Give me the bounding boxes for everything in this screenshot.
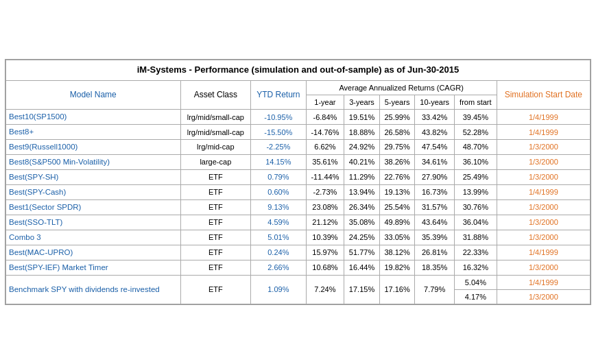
- table-row: Combo 3 ETF 5.01% 10.39% 24.25% 33.05% 3…: [6, 230, 591, 245]
- cell-3yr-8: 24.25%: [344, 230, 380, 245]
- cell-model-6: Best1(Sector SPDR): [6, 199, 181, 215]
- cell-asset-10: ETF: [180, 260, 251, 275]
- cell-1yr-5: -2.73%: [306, 184, 344, 199]
- cell-fromstart-0: 39.45%: [454, 110, 497, 125]
- cell-5yr-2: 29.75%: [379, 140, 415, 155]
- cell-10yr-2: 47.54%: [415, 140, 455, 155]
- cell-benchmark-fs2: 4.17%: [454, 289, 497, 304]
- cell-simdate-1: 1/4/1999: [497, 125, 590, 140]
- cell-fromstart-5: 13.99%: [454, 184, 497, 199]
- cell-asset-9: ETF: [180, 245, 251, 260]
- cell-5yr-7: 49.89%: [379, 215, 415, 230]
- cell-fromstart-2: 48.70%: [454, 140, 497, 155]
- cell-model-3: Best8(S&P500 Min-Volatility): [6, 155, 181, 170]
- cell-fromstart-6: 30.76%: [454, 199, 497, 215]
- cell-benchmark-5yr: 17.16%: [379, 275, 415, 304]
- cell-benchmark-sd2: 1/3/2000: [497, 289, 590, 304]
- col-header-3yr: 3-years: [344, 95, 380, 109]
- table-row: Best10(SP1500) lrg/mid/small-cap -10.95%…: [6, 110, 591, 125]
- cell-1yr-8: 10.39%: [306, 230, 344, 245]
- cell-fromstart-9: 22.33%: [454, 245, 497, 260]
- cell-ytd-7: 4.59%: [251, 215, 307, 230]
- table-row: Best8+ lrg/mid/small-cap -15.50% -14.76%…: [6, 125, 591, 140]
- cell-model-5: Best(SPY-Cash): [6, 184, 181, 199]
- cell-10yr-1: 43.82%: [415, 125, 455, 140]
- cell-simdate-0: 1/4/1999: [497, 110, 590, 125]
- table-row: Best(SPY-SH) ETF 0.79% -11.44% 11.29% 22…: [6, 170, 591, 185]
- cell-ytd-9: 0.24%: [251, 245, 307, 260]
- cell-simdate-9: 1/4/1999: [497, 245, 590, 260]
- cell-10yr-8: 35.39%: [415, 230, 455, 245]
- cell-simdate-10: 1/3/2000: [497, 260, 590, 275]
- cell-ytd-0: -10.95%: [251, 110, 307, 125]
- cell-10yr-7: 43.64%: [415, 215, 455, 230]
- col-header-10yr: 10-years: [415, 95, 455, 109]
- cell-asset-4: ETF: [180, 170, 251, 185]
- cell-3yr-5: 13.94%: [344, 184, 380, 199]
- cell-model-9: Best(MAC-UPRO): [6, 245, 181, 260]
- cell-10yr-4: 27.90%: [415, 170, 455, 185]
- cell-simdate-8: 1/3/2000: [497, 230, 590, 245]
- cell-10yr-6: 31.57%: [415, 199, 455, 215]
- cell-asset-5: ETF: [180, 184, 251, 199]
- cell-1yr-6: 23.08%: [306, 199, 344, 215]
- cell-asset-1: lrg/mid/small-cap: [180, 125, 251, 140]
- cell-fromstart-10: 16.32%: [454, 260, 497, 275]
- cell-simdate-7: 1/3/2000: [497, 215, 590, 230]
- cell-1yr-7: 21.12%: [306, 215, 344, 230]
- cell-3yr-0: 19.51%: [344, 110, 380, 125]
- table-row: Best8(S&P500 Min-Volatility) large-cap 1…: [6, 155, 591, 170]
- cell-fromstart-4: 25.49%: [454, 170, 497, 185]
- cell-3yr-7: 35.08%: [344, 215, 380, 230]
- cell-fromstart-3: 36.10%: [454, 155, 497, 170]
- cell-simdate-2: 1/3/2000: [497, 140, 590, 155]
- cell-asset-3: large-cap: [180, 155, 251, 170]
- col-header-fromstart: from start: [454, 95, 497, 109]
- cell-10yr-0: 33.42%: [415, 110, 455, 125]
- cell-model-0: Best10(SP1500): [6, 110, 181, 125]
- cell-simdate-5: 1/4/1999: [497, 184, 590, 199]
- cell-model-4: Best(SPY-SH): [6, 170, 181, 185]
- table-row: Best1(Sector SPDR) ETF 9.13% 23.08% 26.3…: [6, 199, 591, 215]
- cell-benchmark-asset: ETF: [180, 275, 251, 304]
- cell-3yr-10: 16.44%: [344, 260, 380, 275]
- cell-model-2: Best9(Russell1000): [6, 140, 181, 155]
- cell-asset-8: ETF: [180, 230, 251, 245]
- cell-benchmark-10yr: 7.79%: [415, 275, 455, 304]
- cell-3yr-1: 18.88%: [344, 125, 380, 140]
- cell-asset-2: lrg/mid-cap: [180, 140, 251, 155]
- cell-3yr-6: 26.34%: [344, 199, 380, 215]
- cell-5yr-0: 25.99%: [379, 110, 415, 125]
- cell-benchmark-name: Benchmark SPY with dividends re-invested: [6, 275, 181, 304]
- cell-fromstart-8: 31.88%: [454, 230, 497, 245]
- cell-model-1: Best8+: [6, 125, 181, 140]
- cell-1yr-10: 10.68%: [306, 260, 344, 275]
- cell-3yr-3: 40.21%: [344, 155, 380, 170]
- cell-3yr-4: 11.29%: [344, 170, 380, 185]
- cell-1yr-9: 15.97%: [306, 245, 344, 260]
- cell-benchmark-3yr: 17.15%: [344, 275, 380, 304]
- table-row: Best(SPY-Cash) ETF 0.60% -2.73% 13.94% 1…: [6, 184, 591, 199]
- cell-ytd-2: -2.25%: [251, 140, 307, 155]
- cell-5yr-3: 38.26%: [379, 155, 415, 170]
- col-header-simdate: Simulation Start Date: [497, 80, 590, 110]
- cell-1yr-1: -14.76%: [306, 125, 344, 140]
- cell-benchmark-fs1: 5.04%: [454, 275, 497, 289]
- col-header-cagr: Average Annualized Returns (CAGR): [306, 80, 497, 95]
- cell-fromstart-7: 36.04%: [454, 215, 497, 230]
- cell-5yr-4: 22.76%: [379, 170, 415, 185]
- col-header-5yr: 5-years: [379, 95, 415, 109]
- cell-10yr-9: 26.81%: [415, 245, 455, 260]
- cell-model-8: Combo 3: [6, 230, 181, 245]
- cell-1yr-4: -11.44%: [306, 170, 344, 185]
- cell-simdate-6: 1/3/2000: [497, 199, 590, 215]
- cell-3yr-2: 24.92%: [344, 140, 380, 155]
- cell-model-7: Best(SSO-TLT): [6, 215, 181, 230]
- cell-1yr-2: 6.62%: [306, 140, 344, 155]
- cell-ytd-10: 2.66%: [251, 260, 307, 275]
- cell-asset-6: ETF: [180, 199, 251, 215]
- cell-ytd-1: -15.50%: [251, 125, 307, 140]
- table-row: Best(SSO-TLT) ETF 4.59% 21.12% 35.08% 49…: [6, 215, 591, 230]
- table-row: Best9(Russell1000) lrg/mid-cap -2.25% 6.…: [6, 140, 591, 155]
- cell-1yr-3: 35.61%: [306, 155, 344, 170]
